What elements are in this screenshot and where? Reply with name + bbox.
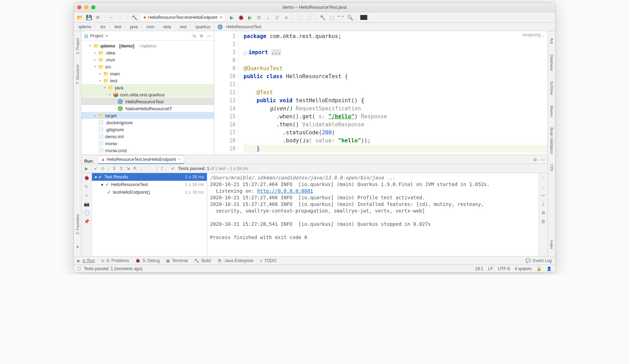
cursor-pos[interactable]: 19:1: [475, 266, 483, 271]
check-icon[interactable]: ✔: [94, 166, 97, 171]
rerun-icon[interactable]: ▶: [85, 166, 88, 171]
lock-icon[interactable]: 🔒: [536, 266, 542, 271]
vcs-update-icon[interactable]: ⬚: [297, 14, 303, 21]
terminal-icon[interactable]: [360, 15, 367, 20]
test-class-row[interactable]: ▾✔HelloResourceTest1 s 38 ms: [92, 181, 207, 188]
close-icon[interactable]: ×: [178, 157, 180, 162]
prev-icon[interactable]: ↑: [145, 166, 147, 171]
crumb[interactable]: com: [145, 24, 156, 30]
scroll-icon[interactable]: ⤓: [541, 201, 545, 207]
hide-icon[interactable]: —: [207, 34, 211, 38]
beanvalidation-tab[interactable]: Bean Validation: [550, 127, 554, 154]
debug-icon[interactable]: 🐞: [84, 175, 89, 180]
sort-icon[interactable]: ↥: [120, 166, 123, 171]
fold-icon[interactable]: +: [244, 52, 247, 55]
debug-icon[interactable]: 🐞: [238, 14, 244, 21]
back-icon[interactable]: ←: [108, 14, 115, 21]
tree-folder[interactable]: ▸📁main: [81, 70, 214, 77]
terminal-tab[interactable]: ▣Terminal: [166, 258, 188, 263]
expand-icon[interactable]: ⇲: [126, 166, 130, 171]
encoding-indicator[interactable]: UTF-8: [498, 266, 510, 271]
tree-file[interactable]: 📄mvnw: [81, 140, 214, 147]
tree-folder[interactable]: ▾📁test: [81, 77, 214, 84]
up-icon[interactable]: ↑: [542, 175, 544, 180]
code-region[interactable]: package com.okta.rest.quarkus; +import .…: [239, 31, 548, 155]
crumb[interactable]: HelloResourceTest: [225, 24, 263, 30]
tree-file-pom[interactable]: mpom.xml: [81, 154, 214, 155]
refresh-icon[interactable]: ⟳: [95, 14, 101, 21]
crumb[interactable]: rest: [178, 24, 188, 30]
run-tab[interactable]: ◆ HelloResourceTest.testHelloEndpoint ×: [98, 155, 184, 164]
services-icon[interactable]: ⇵: [274, 14, 280, 21]
crumb[interactable]: okta: [162, 24, 173, 30]
rerun-failed-icon[interactable]: ↻: [85, 184, 88, 189]
tree-package[interactable]: ▾📦com.okta.rest.quarkus: [81, 91, 214, 98]
inspector-icon[interactable]: 👤: [547, 266, 552, 271]
run-config-dropdown[interactable]: ◆ HelloResourceTest.testHelloEndpoint ▼: [140, 14, 226, 21]
gear-icon[interactable]: ⚙: [200, 34, 203, 38]
tree-folder[interactable]: ▸📁.mvn: [81, 56, 214, 63]
database-tab[interactable]: Database: [550, 54, 554, 71]
stop-icon[interactable]: ■: [283, 14, 289, 21]
sort-icon[interactable]: ↧: [113, 166, 116, 171]
java-ee-tab[interactable]: ☕Java Enterprise: [217, 258, 253, 263]
project-tree[interactable]: ▾📁qdemo [demo] ~/qdemo ▸📁.idea ▸📁.mvn ▾📁…: [81, 41, 214, 155]
next-icon[interactable]: ↓: [151, 166, 153, 171]
camera-icon[interactable]: 📷: [84, 201, 89, 207]
tree-file[interactable]: 📄.dockerignore: [81, 119, 214, 126]
attach-icon[interactable]: ⇣: [265, 14, 271, 21]
console-link[interactable]: http://0.0.0.0:8081: [257, 188, 313, 194]
tree-file[interactable]: 📄mvnw.cmd: [81, 147, 214, 154]
forward-icon[interactable]: →: [117, 14, 124, 21]
softwrap-icon[interactable]: ↩: [541, 193, 545, 198]
test-results-root[interactable]: ▾ ✔Test Results1 s 38 ms: [92, 173, 207, 181]
run-tab[interactable]: ▶4: Run: [77, 258, 95, 263]
clear-icon[interactable]: 🗑: [541, 219, 545, 224]
collapse-icon[interactable]: ⇱: [133, 166, 137, 171]
crumb[interactable]: src: [99, 24, 107, 30]
problems-tab[interactable]: ⊘6: Problems: [101, 258, 129, 263]
eol-indicator[interactable]: LF: [488, 266, 493, 271]
tree-file[interactable]: 📄demo.iml: [81, 133, 214, 140]
title-bar[interactable]: demo – HelloResourceTest.java: [74, 2, 555, 12]
down-icon[interactable]: ↓: [542, 184, 544, 189]
filter-icon[interactable]: ⊘: [101, 166, 104, 171]
event-log-tab[interactable]: 💬Event Log: [526, 258, 552, 263]
tree-root[interactable]: ▾📁qdemo [demo] ~/qdemo: [81, 42, 214, 49]
run-icon[interactable]: ▶: [229, 14, 235, 21]
wrench-icon[interactable]: 🔧: [319, 14, 326, 21]
test-console[interactable]: /Users/mraible/.sdkman/candidates/java/1…: [207, 173, 538, 256]
vcs-commit-icon[interactable]: ⬚: [306, 14, 312, 21]
open-icon[interactable]: 📂: [77, 14, 83, 21]
pin-icon[interactable]: 📌: [84, 219, 89, 224]
tree-folder[interactable]: ▸📁.idea: [81, 49, 214, 56]
crumb[interactable]: java: [129, 24, 139, 30]
crumb[interactable]: qdemo: [77, 24, 93, 30]
tree-folder-target[interactable]: ▸📁target: [81, 112, 214, 119]
debug-tab[interactable]: 🐞5: Debug: [135, 258, 160, 263]
indent-indicator[interactable]: 4 spaces: [515, 266, 532, 271]
tree-file-selected[interactable]: CHelloResourceTest: [81, 98, 214, 105]
minimize-icon[interactable]: [84, 5, 88, 9]
structure-icon[interactable]: ⬚: [328, 14, 335, 21]
stop-icon[interactable]: ■: [85, 193, 88, 198]
sciview-tab[interactable]: SciView: [550, 81, 554, 95]
gear-icon[interactable]: ⚙: [533, 157, 537, 162]
crumb[interactable]: quarkus: [194, 24, 212, 30]
save-icon[interactable]: 💾: [86, 14, 92, 21]
build-tab[interactable]: 🔨Build: [194, 258, 211, 263]
structure-tab[interactable]: 7: Structure: [75, 65, 80, 84]
toolwindows-icon[interactable]: ☐: [77, 266, 81, 271]
close-icon[interactable]: [77, 5, 81, 9]
print-icon[interactable]: 🖶: [541, 210, 545, 215]
export-icon[interactable]: ⤴: [161, 166, 163, 171]
profile-icon[interactable]: ⊙: [256, 14, 262, 21]
make-tab[interactable]: make: [550, 240, 554, 249]
cdi-tab[interactable]: CDI: [550, 164, 554, 171]
run-anything-icon[interactable]: ⌃⌃: [338, 14, 344, 21]
tree-file[interactable]: CNativeHelloResourceIT: [81, 105, 214, 112]
history-icon[interactable]: 🕘: [84, 210, 89, 215]
zoom-icon[interactable]: [91, 5, 95, 9]
favorites-tab[interactable]: 2: Favorites: [75, 214, 80, 234]
chevron-down-icon[interactable]: ▼: [105, 34, 108, 38]
